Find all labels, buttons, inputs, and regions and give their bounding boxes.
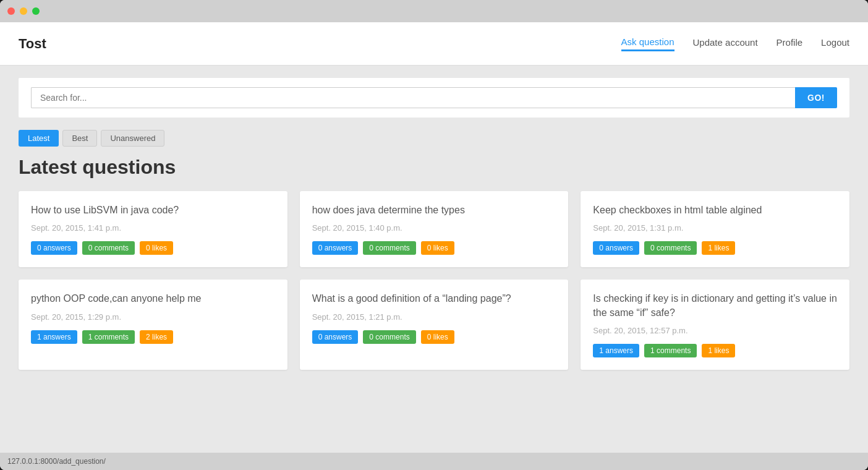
question-date: Sept. 20, 2015, 1:29 p.m.	[31, 312, 275, 322]
likes-badge: 2 likes	[140, 330, 173, 344]
statusbar: 127.0.0.1:8000/add_question/	[0, 453, 868, 470]
navbar: Tost Ask question Update account Profile…	[0, 22, 868, 66]
minimize-dot[interactable]	[20, 7, 27, 15]
brand-logo: Tost	[19, 36, 621, 52]
comments-badge: 1 comments	[82, 330, 135, 344]
question-card[interactable]: how does java determine the types Sept. …	[300, 191, 569, 267]
app-window: Tost Ask question Update account Profile…	[0, 0, 868, 470]
comments-badge: 1 comments	[644, 344, 697, 357]
likes-badge: 0 likes	[421, 241, 454, 255]
question-title: What is a good definition of a “landing …	[312, 292, 556, 306]
question-date: Sept. 20, 2015, 1:40 p.m.	[312, 223, 556, 233]
question-badges: 0 answers 0 comments 1 likes	[593, 241, 837, 255]
tab-latest[interactable]: Latest	[19, 130, 59, 147]
answers-badge: 1 answers	[31, 330, 77, 344]
likes-badge: 1 likes	[702, 344, 735, 357]
main-content: GO! Latest Best Unanswered Latest questi…	[0, 66, 868, 453]
answers-badge: 0 answers	[312, 241, 359, 255]
question-badges: 0 answers 0 comments 0 likes	[31, 241, 275, 255]
question-badges: 1 answers 1 comments 1 likes	[593, 344, 837, 357]
question-badges: 0 answers 0 comments 0 likes	[312, 241, 556, 255]
comments-badge: 0 comments	[363, 330, 415, 344]
question-date: Sept. 20, 2015, 12:57 p.m.	[593, 326, 837, 335]
nav-update-account[interactable]: Update account	[693, 37, 758, 50]
questions-grid: How to use LibSVM in java code? Sept. 20…	[19, 191, 849, 370]
likes-badge: 0 likes	[140, 241, 173, 255]
question-title: Is checking if key is in dictionary and …	[593, 292, 837, 320]
question-date: Sept. 20, 2015, 1:41 p.m.	[31, 223, 275, 233]
title-bar	[0, 0, 868, 22]
question-card[interactable]: What is a good definition of a “landing …	[300, 280, 569, 370]
question-card[interactable]: python OOP code,can anyone help me Sept.…	[19, 280, 287, 370]
question-card[interactable]: Is checking if key is in dictionary and …	[581, 280, 849, 370]
nav-links: Ask question Update account Profile Logo…	[621, 36, 849, 51]
question-badges: 1 answers 1 comments 2 likes	[31, 330, 275, 344]
question-date: Sept. 20, 2015, 1:21 p.m.	[312, 312, 556, 322]
question-date: Sept. 20, 2015, 1:31 p.m.	[593, 223, 837, 233]
answers-badge: 0 answers	[31, 241, 77, 255]
search-input[interactable]	[31, 87, 795, 108]
question-card[interactable]: Keep checkboxes in html table algined Se…	[581, 191, 849, 267]
filter-tabs: Latest Best Unanswered	[19, 130, 849, 147]
search-bar-container: GO!	[19, 78, 849, 118]
answers-badge: 0 answers	[312, 330, 359, 344]
answers-badge: 1 answers	[593, 344, 639, 357]
close-dot[interactable]	[7, 7, 15, 15]
likes-badge: 1 likes	[702, 241, 735, 255]
question-title: Keep checkboxes in html table algined	[593, 203, 837, 217]
question-card[interactable]: How to use LibSVM in java code? Sept. 20…	[19, 191, 287, 267]
likes-badge: 0 likes	[421, 330, 454, 344]
nav-profile[interactable]: Profile	[777, 37, 803, 50]
comments-badge: 0 comments	[82, 241, 135, 255]
question-title: How to use LibSVM in java code?	[31, 203, 275, 217]
question-badges: 0 answers 0 comments 0 likes	[312, 330, 556, 344]
search-button[interactable]: GO!	[795, 87, 837, 108]
tab-best[interactable]: Best	[62, 130, 97, 147]
question-title: python OOP code,can anyone help me	[31, 292, 275, 306]
comments-badge: 0 comments	[363, 241, 415, 255]
section-title: Latest questions	[19, 156, 849, 179]
nav-logout[interactable]: Logout	[821, 37, 849, 50]
maximize-dot[interactable]	[32, 7, 40, 15]
comments-badge: 0 comments	[644, 241, 697, 255]
nav-ask-question[interactable]: Ask question	[621, 36, 674, 51]
answers-badge: 0 answers	[593, 241, 639, 255]
status-url: 127.0.0.1:8000/add_question/	[7, 457, 106, 466]
question-title: how does java determine the types	[312, 203, 556, 217]
tab-unanswered[interactable]: Unanswered	[101, 130, 164, 147]
